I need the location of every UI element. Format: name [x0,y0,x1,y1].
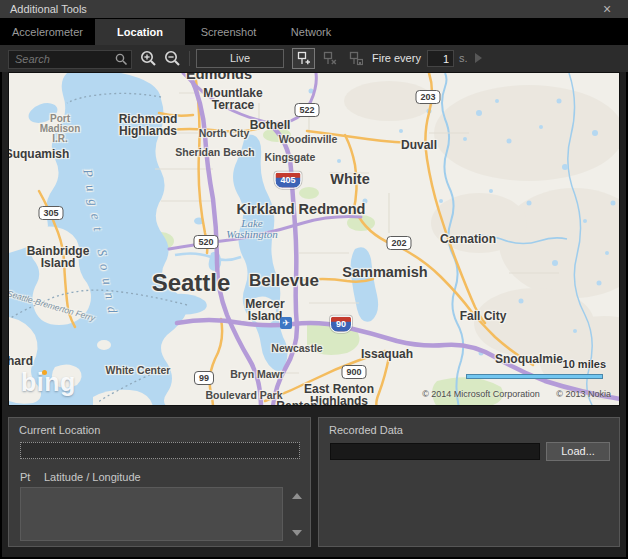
map-label: Boulevard Park [205,390,282,401]
current-location-input[interactable] [20,442,300,459]
clear-pushpins-button[interactable] [318,48,341,69]
recorded-data-panel: Recorded Data Load... [318,417,620,547]
recorded-data-input[interactable] [330,443,540,460]
map-label: Bellevue [249,272,319,289]
map-label: Carnation [440,233,496,245]
map-toolbar: Live Fire every s. [0,45,628,72]
map-label: hard [8,355,33,367]
map-label: Edmonds [186,72,252,81]
bing-logo-dot [42,370,47,375]
map-canvas[interactable]: EdmondsMountlake TerracePort Madison I.R… [8,72,620,406]
fire-every-label: Fire every [372,52,421,64]
map-scale-label: 10 miles [563,358,606,370]
tab-location[interactable]: Location [95,19,185,45]
zoom-in-icon[interactable] [140,50,158,68]
route-shield: 522 [294,103,319,117]
bing-logo[interactable]: bing [21,368,76,397]
search-input[interactable] [8,50,132,69]
map-label: Richmond Highlands [119,113,178,137]
map-label: White [330,172,369,187]
recorded-data-title: Recorded Data [329,424,403,436]
map-label: Newcastle [271,343,322,354]
map-label: North City [199,128,250,139]
tab-accelerometer[interactable]: Accelerometer [0,19,95,45]
airport-icon: ✈ [280,317,292,329]
zoom-out-icon[interactable] [164,50,182,68]
column-header-pt: Pt [20,471,30,483]
map-label: Sammamish [342,265,427,280]
load-button[interactable]: Load... [546,442,610,461]
title-bar[interactable]: Additional Tools × [0,0,628,19]
tab-bar: Accelerometer Location Screenshot Networ… [0,19,628,45]
attribution-microsoft: © 2014 Microsoft Corporation [422,389,540,399]
map-label: Bothell [250,119,291,131]
attribution-nokia: © 2013 Nokia [556,389,611,399]
add-pushpin-button[interactable] [292,48,315,69]
points-listbox[interactable] [20,487,283,541]
current-location-title: Current Location [19,424,100,436]
map-label: Bryn Mawr [230,369,284,380]
close-icon[interactable]: × [598,1,616,17]
search-icon [115,52,128,70]
route-shield: 99 [194,371,214,385]
tab-network[interactable]: Network [272,19,350,45]
toolbar-separator [189,51,190,66]
live-button[interactable]: Live [196,49,284,68]
fire-interval-input[interactable] [427,50,454,67]
column-header-latlon: Latitude / Longitude [44,471,141,483]
map-label: Woodinville [279,134,338,145]
route-shield: 90 [330,316,352,333]
map-label: Seattle [152,271,231,295]
map-label: Kingsgate [265,152,316,163]
map-attribution: © 2014 Microsoft Corporation © 2013 Noki… [408,389,611,399]
tab-screenshot[interactable]: Screenshot [185,19,272,45]
map-label: Mountlake Terrace [203,87,262,111]
map-label: Kirkland Redmond [237,202,366,217]
map-label: Sheridan Beach [175,147,254,158]
window-title: Additional Tools [10,3,87,15]
seconds-label: s. [459,52,468,64]
map-label: Seattle-Bremerton Ferry [8,289,96,322]
route-shield: 520 [193,235,218,249]
map-label: Port Madison I.R. [40,114,81,145]
map-label: Bainbridge Island [27,245,90,269]
map-scale-bar [466,374,603,379]
map-label: Suquamish [8,148,69,160]
map-label: Fall City [460,310,507,322]
save-pushpins-button[interactable] [344,48,367,69]
scroll-down-icon[interactable] [292,530,302,536]
map-label: Renton [276,400,317,406]
map-label: Issaquah [361,348,413,360]
map-label: Lake Washington [226,218,278,240]
map-label: White Center [106,365,171,376]
route-shield: 405 [274,172,301,189]
map-scale: 10 miles [466,354,606,379]
map-label: Duvall [401,139,437,151]
route-shield: 900 [341,365,366,379]
route-shield: 203 [415,90,440,104]
current-location-panel: Current Location Pt Latitude / Longitude [8,417,311,547]
route-shield: 305 [38,206,63,220]
play-icon[interactable] [475,53,482,63]
additional-tools-window: Additional Tools × Accelerometer Locatio… [0,0,628,559]
scroll-up-icon[interactable] [292,493,302,499]
route-shield: 202 [386,236,411,250]
bing-logo-text: bing [21,368,76,396]
map-label: Mercer Island [245,298,284,322]
